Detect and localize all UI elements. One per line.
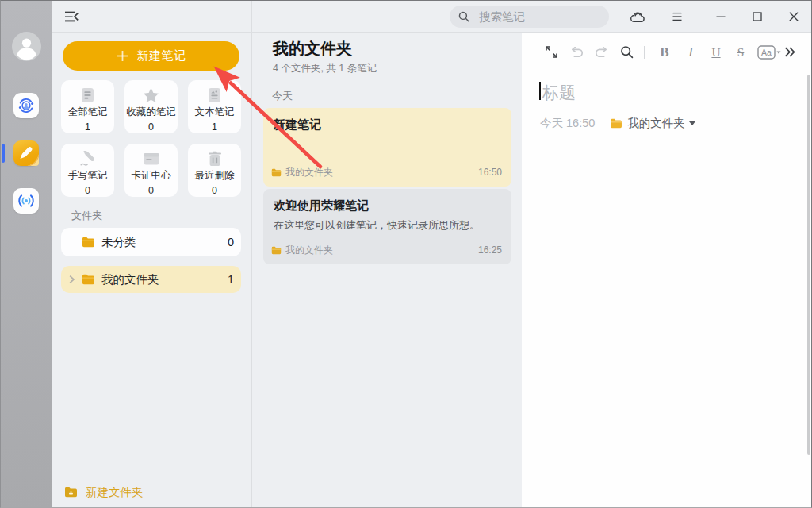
note-folder-name: 我的文件夹 bbox=[285, 166, 333, 179]
note-title: 欢迎使用荣耀笔记 bbox=[274, 198, 369, 214]
list-title: 我的文件夹 bbox=[273, 38, 352, 60]
category-label: 全部笔记 bbox=[68, 106, 108, 119]
note-item-new-note[interactable]: 新建笔记 我的文件夹 16:50 bbox=[263, 108, 511, 187]
redo-button[interactable] bbox=[592, 33, 611, 71]
category-count: 1 bbox=[85, 121, 90, 133]
folder-icon bbox=[82, 237, 95, 248]
folder-name: 我的文件夹 bbox=[102, 272, 159, 287]
category-count: 0 bbox=[85, 185, 90, 196]
category-label: 卡证中心 bbox=[132, 169, 171, 183]
cast-app-icon[interactable] bbox=[13, 188, 39, 214]
svg-text:Aa: Aa bbox=[761, 48, 772, 57]
undo-button[interactable] bbox=[567, 33, 586, 71]
folder-icon bbox=[271, 168, 282, 177]
category-text-notes[interactable]: 文本笔记 1 bbox=[188, 80, 241, 133]
category-grid: 全部笔记 1 收藏的笔记 0 bbox=[61, 80, 241, 197]
category-count: 0 bbox=[148, 185, 154, 196]
category-label: 手写笔记 bbox=[68, 169, 108, 183]
collapse-sidebar-icon bbox=[63, 9, 79, 25]
maximize-button[interactable] bbox=[744, 1, 771, 33]
minimize-icon bbox=[716, 12, 726, 21]
user-avatar[interactable] bbox=[12, 32, 41, 61]
category-count: 1 bbox=[212, 121, 217, 133]
account-sync-icon bbox=[17, 97, 35, 114]
category-starred-notes[interactable]: 收藏的笔记 0 bbox=[124, 80, 178, 133]
text-note-icon bbox=[208, 87, 221, 103]
font-style-button[interactable]: Aa bbox=[756, 33, 782, 71]
underline-button[interactable]: U bbox=[707, 33, 726, 71]
category-label: 文本笔记 bbox=[195, 106, 235, 119]
star-icon bbox=[143, 87, 159, 103]
expand-editor-button[interactable] bbox=[542, 33, 561, 71]
folder-select-label: 我的文件夹 bbox=[627, 116, 685, 131]
sidebar: 新建笔记 全部笔记 1 bbox=[52, 1, 251, 508]
note-item-welcome[interactable]: 欢迎使用荣耀笔记 在这里您可以创建笔记，快速记录所思所想。 我的文件夹 16:2… bbox=[263, 189, 511, 264]
search-in-note-button[interactable] bbox=[616, 33, 637, 71]
strikethrough-button[interactable]: S bbox=[731, 33, 750, 71]
all-notes-icon bbox=[81, 87, 94, 103]
strikethrough-label: S bbox=[737, 45, 745, 60]
new-folder-label: 新建文件夹 bbox=[86, 485, 144, 500]
maximize-icon bbox=[753, 12, 762, 21]
minimize-button[interactable] bbox=[707, 1, 734, 33]
category-count: 0 bbox=[148, 121, 154, 133]
person-icon bbox=[12, 32, 41, 61]
folders-section-label: 文件夹 bbox=[71, 209, 102, 223]
note-timestamp: 今天 16:50 bbox=[540, 116, 595, 131]
list-subtitle: 4 个文件夹, 共 1 条笔记 bbox=[273, 62, 377, 75]
id-card-icon bbox=[143, 150, 160, 167]
pen-note-icon bbox=[13, 140, 39, 166]
note-meta: 我的文件夹 16:50 bbox=[271, 167, 502, 178]
close-button[interactable] bbox=[780, 1, 807, 33]
bold-button[interactable]: B bbox=[655, 33, 674, 71]
trash-icon bbox=[208, 150, 222, 167]
editor-toolbar: B I U S Aa bbox=[522, 33, 812, 71]
category-recently-deleted[interactable]: 最近删除 0 bbox=[188, 144, 241, 197]
folder-count: 1 bbox=[228, 273, 234, 286]
note-folder-name: 我的文件夹 bbox=[285, 244, 333, 257]
category-handwritten-notes[interactable]: 手写笔记 0 bbox=[61, 144, 114, 197]
note-time: 16:50 bbox=[478, 167, 502, 178]
more-tools-button[interactable] bbox=[780, 33, 799, 71]
active-app-indicator bbox=[2, 144, 5, 163]
editor-meta-row: 今天 16:50 我的文件夹 bbox=[540, 117, 695, 129]
note-time: 16:25 bbox=[478, 244, 502, 256]
note-meta: 我的文件夹 16:25 bbox=[271, 244, 502, 256]
close-icon bbox=[789, 12, 799, 21]
note-preview: 在这里您可以创建笔记，快速记录所思所想。 bbox=[274, 218, 504, 233]
note-list-panel: 我的文件夹 4 个文件夹, 共 1 条笔记 今天 新建笔记 我的文件夹 16:5… bbox=[251, 1, 522, 508]
topbar-divider bbox=[52, 32, 812, 33]
caret-down-icon bbox=[689, 121, 695, 125]
category-label: 最近删除 bbox=[195, 169, 235, 183]
double-chevron-right-icon bbox=[784, 47, 795, 57]
chevron-right-icon[interactable] bbox=[68, 275, 75, 284]
toolbar-separator bbox=[644, 46, 645, 59]
search-placeholder: 搜索笔记 bbox=[479, 10, 525, 25]
new-note-button[interactable]: 新建笔记 bbox=[63, 41, 239, 71]
collapse-sidebar-button[interactable] bbox=[63, 9, 79, 25]
note-title: 新建笔记 bbox=[274, 117, 321, 133]
category-label: 收藏的笔记 bbox=[126, 106, 176, 119]
new-folder-button[interactable]: 新建文件夹 bbox=[64, 482, 144, 502]
editor-scrollbar[interactable] bbox=[807, 75, 810, 455]
plus-icon bbox=[117, 50, 128, 62]
window-menu-button[interactable] bbox=[664, 1, 691, 33]
folder-item-my-folder[interactable]: 我的文件夹 1 bbox=[61, 266, 241, 293]
folder-icon bbox=[82, 274, 95, 285]
search-icon bbox=[620, 45, 634, 59]
search-input[interactable]: 搜索笔记 bbox=[450, 6, 609, 28]
note-title-input[interactable]: 标题 bbox=[542, 82, 576, 104]
cloud-icon bbox=[630, 11, 645, 23]
folder-item-uncategorized[interactable]: 未分类 0 bbox=[61, 228, 241, 256]
handwriting-pen-icon bbox=[79, 150, 96, 167]
cloud-sync-button[interactable] bbox=[624, 1, 651, 33]
italic-button[interactable]: I bbox=[681, 33, 700, 71]
undo-icon bbox=[570, 47, 584, 58]
category-count: 0 bbox=[212, 185, 217, 196]
category-card-center[interactable]: 卡证中心 0 bbox=[124, 144, 178, 197]
date-group-label: 今天 bbox=[272, 89, 293, 103]
category-all-notes[interactable]: 全部笔记 1 bbox=[61, 80, 114, 133]
notes-app-icon[interactable] bbox=[13, 140, 39, 166]
folder-select[interactable]: 我的文件夹 bbox=[610, 116, 695, 131]
sync-app-icon[interactable] bbox=[13, 93, 39, 118]
